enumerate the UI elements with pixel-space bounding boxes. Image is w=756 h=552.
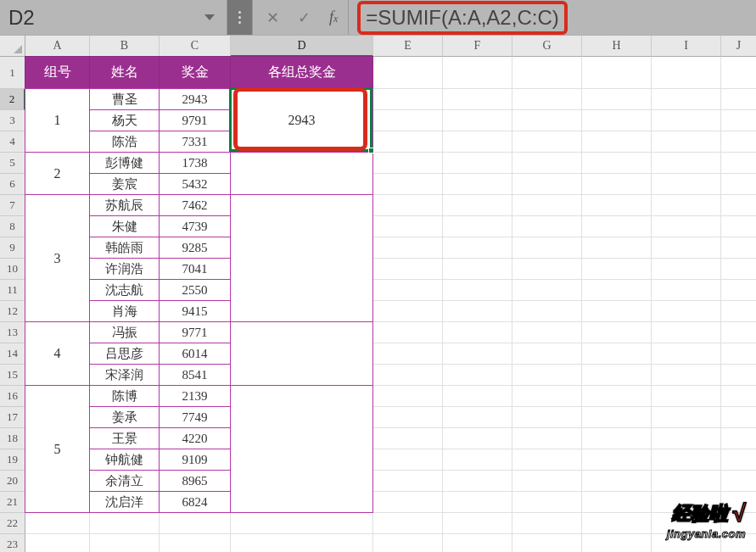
column-header-G[interactable]: G <box>512 36 582 57</box>
column-header-E[interactable]: E <box>373 36 443 57</box>
data-grid[interactable]: 组号姓名奖金各组总奖金12943曹圣2943杨天9791陈浩73312彭博健17… <box>25 57 756 552</box>
column-header-H[interactable]: H <box>582 36 652 57</box>
chevron-down-icon[interactable] <box>204 14 215 20</box>
name-cell[interactable]: 宋泽润 <box>89 364 160 386</box>
row-header-5[interactable]: 5 <box>0 153 25 174</box>
close-icon[interactable]: ✕ <box>266 8 279 27</box>
bonus-cell[interactable]: 9285 <box>159 237 231 259</box>
row-header-3[interactable]: 3 <box>0 110 25 131</box>
bonus-cell[interactable]: 9791 <box>159 109 231 131</box>
bonus-cell[interactable]: 7462 <box>159 194 231 216</box>
row-header-4[interactable]: 4 <box>0 131 25 153</box>
bonus-cell[interactable]: 7331 <box>159 131 231 153</box>
bonus-cell[interactable]: 7749 <box>159 406 231 428</box>
row-header-11[interactable]: 11 <box>0 280 25 301</box>
column-header-F[interactable]: F <box>443 36 512 57</box>
formula-buttons: ✕ ✓ fx <box>253 0 349 35</box>
select-all-corner[interactable] <box>0 36 25 57</box>
column-header-A[interactable]: A <box>25 36 90 57</box>
row-header-column: 1234567891011121314151617181920212223 <box>0 36 25 552</box>
row-header-7[interactable]: 7 <box>0 195 25 216</box>
row-header-16[interactable]: 16 <box>0 386 25 407</box>
name-cell[interactable]: 钟航健 <box>89 449 160 471</box>
check-icon[interactable]: ✓ <box>298 8 311 27</box>
bonus-cell[interactable]: 8965 <box>159 470 231 492</box>
row-header-1[interactable]: 1 <box>0 57 25 89</box>
row-header-17[interactable]: 17 <box>0 407 25 428</box>
table-header[interactable]: 各组总奖金 <box>230 56 373 89</box>
column-header-D[interactable]: D <box>231 36 373 57</box>
bonus-cell[interactable]: 9415 <box>159 300 231 322</box>
sheet-area: 1234567891011121314151617181920212223 AB… <box>0 36 756 552</box>
bonus-cell[interactable]: 1738 <box>159 152 231 174</box>
name-cell[interactable]: 彭博健 <box>89 152 160 174</box>
column-header-B[interactable]: B <box>90 36 160 57</box>
row-header-18[interactable]: 18 <box>0 428 25 449</box>
name-cell[interactable]: 姜宸 <box>89 173 160 195</box>
row-header-23[interactable]: 23 <box>0 534 25 552</box>
name-cell[interactable]: 沈启洋 <box>89 491 160 513</box>
name-cell[interactable]: 王景 <box>89 427 160 449</box>
name-cell[interactable]: 冯振 <box>89 321 160 343</box>
group-total-cell[interactable] <box>230 194 373 322</box>
bonus-cell[interactable]: 9109 <box>159 449 231 471</box>
name-cell[interactable]: 陈博 <box>89 385 160 407</box>
row-header-13[interactable]: 13 <box>0 322 25 343</box>
name-box[interactable]: D2 <box>0 0 227 35</box>
row-header-9[interactable]: 9 <box>0 237 25 259</box>
group-total-cell[interactable]: 2943 <box>230 88 373 153</box>
bonus-cell[interactable]: 6014 <box>159 343 231 365</box>
group-id-cell[interactable]: 1 <box>25 88 90 153</box>
name-cell[interactable]: 肖海 <box>89 300 160 322</box>
fx-icon[interactable]: fx <box>329 8 338 26</box>
name-cell[interactable]: 韩皓雨 <box>89 237 160 259</box>
row-header-22[interactable]: 22 <box>0 513 25 534</box>
row-header-19[interactable]: 19 <box>0 449 25 471</box>
formula-bar[interactable]: =SUMIF(A:A,A2,C:C) <box>349 0 756 35</box>
row-header-12[interactable]: 12 <box>0 301 25 322</box>
group-total-cell[interactable] <box>230 152 373 195</box>
name-cell[interactable]: 陈浩 <box>89 131 160 153</box>
grid-wrapper: ABCDEFGHIJ 组号姓名奖金各组总奖金12943曹圣2943杨天9791陈… <box>25 36 756 552</box>
expand-handle[interactable] <box>227 0 253 35</box>
bonus-cell[interactable]: 8541 <box>159 364 231 386</box>
name-cell[interactable]: 杨天 <box>89 109 160 131</box>
row-header-20[interactable]: 20 <box>0 471 25 492</box>
group-id-cell[interactable]: 4 <box>25 321 90 386</box>
name-cell[interactable]: 余清立 <box>89 470 160 492</box>
bonus-cell[interactable]: 2943 <box>159 88 231 110</box>
bonus-cell[interactable]: 9771 <box>159 321 231 343</box>
name-cell[interactable]: 曹圣 <box>89 88 160 110</box>
name-cell[interactable]: 姜承 <box>89 406 160 428</box>
name-cell[interactable]: 苏航辰 <box>89 194 160 216</box>
row-header-10[interactable]: 10 <box>0 259 25 280</box>
group-id-cell[interactable]: 2 <box>25 152 90 195</box>
row-header-21[interactable]: 21 <box>0 492 25 513</box>
column-header-J[interactable]: J <box>721 36 756 57</box>
name-cell[interactable]: 吕思彦 <box>89 343 160 365</box>
bonus-cell[interactable]: 7041 <box>159 258 231 280</box>
group-id-cell[interactable]: 5 <box>25 385 90 513</box>
table-header[interactable]: 组号 <box>25 56 90 89</box>
name-cell[interactable]: 沈志航 <box>89 279 160 301</box>
bonus-cell[interactable]: 5432 <box>159 173 231 195</box>
column-header-I[interactable]: I <box>652 36 721 57</box>
bonus-cell[interactable]: 4739 <box>159 215 231 237</box>
group-total-cell[interactable] <box>230 385 373 513</box>
column-header-C[interactable]: C <box>160 36 231 57</box>
bonus-cell[interactable]: 2139 <box>159 385 231 407</box>
table-header[interactable]: 姓名 <box>89 56 160 89</box>
table-header[interactable]: 奖金 <box>159 56 231 89</box>
row-header-2[interactable]: 2 <box>0 89 25 110</box>
row-header-6[interactable]: 6 <box>0 174 25 195</box>
bonus-cell[interactable]: 2550 <box>159 279 231 301</box>
row-header-8[interactable]: 8 <box>0 216 25 237</box>
name-cell[interactable]: 许润浩 <box>89 258 160 280</box>
bonus-cell[interactable]: 4220 <box>159 427 231 449</box>
row-header-15[interactable]: 15 <box>0 365 25 386</box>
row-header-14[interactable]: 14 <box>0 343 25 365</box>
name-cell[interactable]: 朱健 <box>89 215 160 237</box>
group-id-cell[interactable]: 3 <box>25 194 90 322</box>
group-total-cell[interactable] <box>230 321 373 386</box>
bonus-cell[interactable]: 6824 <box>159 491 231 513</box>
